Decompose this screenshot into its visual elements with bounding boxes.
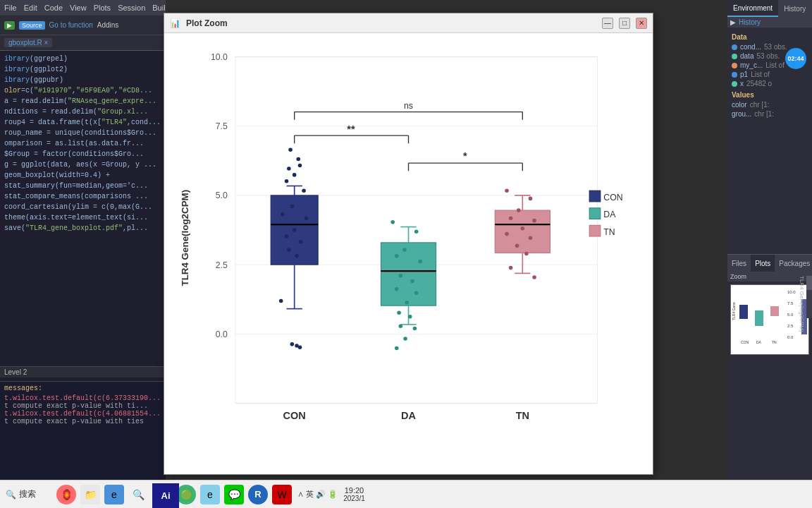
code-line-13: stat_summary(fun=median,geom='c... — [4, 181, 161, 191]
scroll-thumb[interactable] — [806, 276, 812, 290]
clock[interactable]: 19:20 2023/1 — [343, 486, 365, 502]
maximize-button[interactable]: □ — [619, 18, 630, 29]
env-dot-myc — [732, 63, 737, 68]
svg-text:5.0: 5.0 — [787, 313, 794, 317]
svg-point-70 — [509, 216, 513, 220]
menu-view[interactable]: View — [70, 4, 87, 12]
ai-label[interactable]: Ai — [152, 483, 179, 508]
svg-point-77 — [509, 266, 513, 270]
code-line-15: coord_cartesian(ylim = c(0,max(G... — [4, 202, 161, 212]
close-button[interactable]: ✕ — [636, 18, 647, 29]
minimize-button[interactable]: — — [602, 18, 613, 29]
code-line-5: a = read.delim("RNAseq_gene_expre... — [4, 96, 161, 107]
svg-rect-63 — [495, 210, 550, 253]
svg-point-78 — [532, 275, 536, 279]
console-line-4: t compute exact p-value with ties — [4, 418, 161, 425]
env-dot-cond — [732, 44, 737, 50]
code-line-17: save("TLR4_gene_boxplot.pdf",pl... — [4, 223, 161, 234]
tab-packages[interactable]: Packages — [775, 255, 812, 272]
svg-text:2.5: 2.5 — [216, 260, 228, 270]
tab-history[interactable]: History — [778, 0, 811, 17]
svg-point-51 — [410, 279, 414, 284]
zoom-label[interactable]: Zoom — [730, 273, 746, 280]
menu-file[interactable]: File — [4, 4, 17, 12]
tab-files[interactable]: Files — [727, 255, 751, 272]
taskbar-icon-explorer[interactable]: 📁 — [80, 485, 100, 504]
svg-rect-94 — [589, 190, 601, 202]
tab-environment[interactable]: Environment — [727, 0, 778, 17]
taskbar-icon-w[interactable]: W — [272, 485, 292, 504]
console-line-3: t.wilcox.test.default(c(4.06881554... — [4, 410, 161, 418]
source-button[interactable]: Source — [19, 21, 45, 30]
svg-text:10.0: 10.0 — [787, 290, 796, 294]
svg-text:TN: TN — [516, 410, 529, 421]
run-icon[interactable]: ▶ — [730, 18, 736, 26]
taskbar-icon-search[interactable]: 🔍 — [128, 485, 148, 504]
goto-function[interactable]: Go to function — [49, 21, 93, 29]
env-group-name: grou... — [732, 110, 751, 118]
svg-rect-106 — [739, 305, 748, 319]
menu-build[interactable]: Build — [152, 4, 166, 12]
addins-button[interactable]: Addins — [97, 21, 119, 29]
scroll-indicator — [806, 276, 812, 318]
svg-rect-107 — [755, 310, 763, 326]
code-editor[interactable]: ibrary(ggrepel) ibrary(ggplot2) ibrary(g… — [0, 51, 166, 381]
file-tab[interactable]: gboxplot.R × — [4, 38, 52, 47]
code-line-16: theme(axis.text=element_text(si... — [4, 212, 161, 223]
taskbar-icon-ie[interactable]: e — [200, 485, 220, 504]
svg-text:CON: CON — [603, 193, 622, 202]
svg-rect-98 — [589, 225, 601, 236]
taskbar-icon-wechat[interactable]: 💬 — [224, 485, 244, 504]
env-cond-name: cond... — [740, 43, 761, 51]
env-group-detail: chr [1: — [754, 110, 774, 118]
tab-plots[interactable]: Plots — [751, 255, 775, 272]
svg-point-57 — [399, 324, 403, 328]
svg-point-24 — [293, 173, 297, 177]
menu-code[interactable]: Code — [44, 4, 63, 12]
env-item-color: color chr [1: — [732, 100, 808, 109]
svg-point-34 — [295, 254, 299, 258]
env-history-tabs[interactable]: Environment History — [727, 0, 812, 17]
menu-bar[interactable]: File Edit Code View Plots Session Build … — [0, 0, 166, 16]
svg-point-30 — [293, 228, 297, 232]
environment-section: 02:44 Data cond... 53 obs. data 53 obs. … — [727, 28, 812, 121]
right-y-label: TLR4 Gene(log2CPM) — [799, 276, 805, 332]
code-line-7: roup4 = data.frame(t(x["TLR4",cond... — [4, 117, 161, 128]
code-line-3: ibrary(ggpubr) — [4, 75, 161, 85]
window-icon: 📊 — [170, 18, 180, 28]
plots-panel-tabs[interactable]: Files Plots Packages — [727, 255, 812, 272]
svg-point-28 — [281, 212, 285, 217]
left-code-panel: File Edit Code View Plots Session Build … — [0, 0, 166, 508]
svg-text:2.5: 2.5 — [787, 324, 794, 328]
taskbar-icon-browser-e[interactable]: e — [104, 485, 124, 504]
env-p1-detail: List of — [751, 71, 770, 78]
env-myc-name: my_c... — [740, 61, 763, 69]
svg-point-67 — [505, 188, 509, 193]
code-line-10: $Group = factor(conditions$Gro... — [4, 149, 161, 159]
source-label-right[interactable]: History — [739, 18, 761, 26]
menu-edit[interactable]: Edit — [24, 4, 37, 12]
svg-point-35 — [279, 299, 283, 303]
svg-point-22 — [287, 167, 291, 171]
svg-point-68 — [529, 197, 533, 201]
taskbar-icon-green[interactable]: 🟢 — [176, 485, 196, 504]
taskbar-icon-lantern[interactable]: 🏮 — [56, 485, 76, 504]
env-data-detail: 53 obs. — [756, 52, 780, 60]
svg-text:0.0: 0.0 — [216, 329, 228, 339]
svg-point-59 — [403, 337, 407, 341]
env-item-group: grou... chr [1: — [732, 109, 808, 119]
svg-point-45 — [390, 220, 395, 224]
svg-point-25 — [285, 179, 289, 183]
search-icon: 🔍 — [6, 490, 16, 500]
menu-plots[interactable]: Plots — [94, 4, 111, 12]
menu-session[interactable]: Session — [118, 4, 145, 12]
search-area[interactable]: 🔍 搜索 — [6, 488, 48, 500]
svg-point-60 — [395, 346, 399, 351]
run-button[interactable]: ▶ — [4, 21, 15, 30]
svg-point-20 — [288, 147, 293, 152]
taskbar-icon-r[interactable]: R — [248, 485, 268, 504]
svg-point-23 — [298, 164, 302, 168]
svg-text:10.0: 10.0 — [211, 52, 228, 62]
code-line-4: olor=c("#191970","#5F9EA0","#CD8... — [4, 85, 161, 96]
svg-point-49 — [418, 260, 422, 264]
